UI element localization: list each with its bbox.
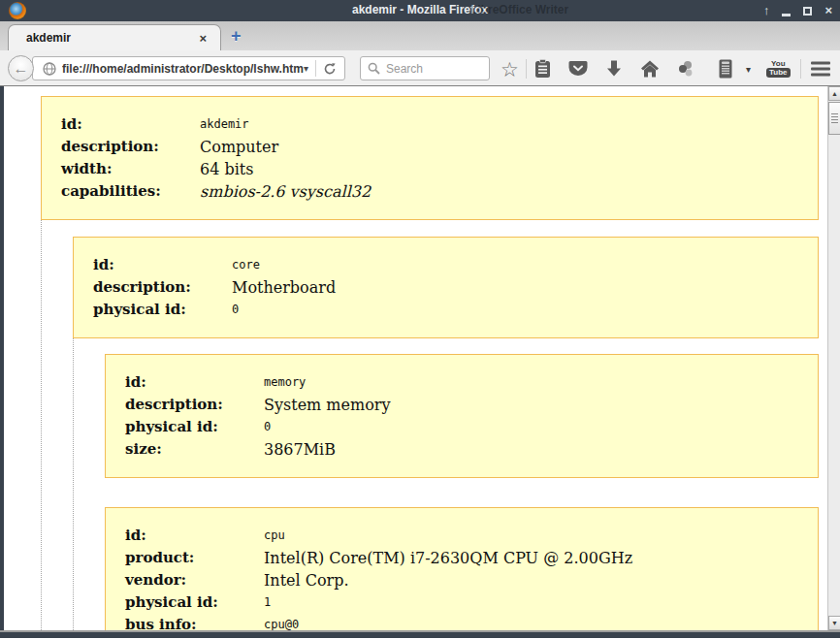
field-label: id: xyxy=(125,525,264,547)
field-value: akdemir xyxy=(200,113,249,136)
tab-akdemir[interactable]: akdemir × xyxy=(8,24,221,50)
field-value: cpu@0 xyxy=(264,614,299,630)
maximize-icon[interactable] xyxy=(803,7,812,16)
field-value: 1 xyxy=(264,591,271,614)
urlbar-divider xyxy=(315,60,316,77)
field-value: 0 xyxy=(232,299,239,321)
field-label: id: xyxy=(61,113,200,136)
home-icon[interactable] xyxy=(640,59,660,78)
toolbar-divider xyxy=(526,59,527,79)
field-value: cpu xyxy=(264,525,285,547)
field-label: bus info: xyxy=(125,614,264,630)
field-label: physical id: xyxy=(93,299,232,321)
lshw-page: id:akdemir description:Computer width:64… xyxy=(4,86,827,630)
field-label: description: xyxy=(125,394,264,416)
field-label: physical id: xyxy=(125,591,264,614)
extension-dropdown-icon[interactable]: ▾ xyxy=(746,63,751,74)
back-arrow-icon: ← xyxy=(14,61,29,77)
scroll-up-icon[interactable]: ▲ xyxy=(828,86,840,101)
window-left-border xyxy=(0,86,4,638)
background-window-title: LibreOffice Writer xyxy=(470,3,568,16)
tab-strip: akdemir × + xyxy=(0,21,840,50)
field-label: size: xyxy=(125,438,264,461)
toolbar-divider xyxy=(800,59,801,79)
share-icon[interactable] xyxy=(676,59,695,79)
globe-icon xyxy=(43,62,56,76)
url-text[interactable]: file:///home/administrator/Desktop/lshw.… xyxy=(62,62,304,76)
lshw-indent-level-2: id:memory description:System memory phys… xyxy=(73,338,819,630)
navigation-toolbar: ← file:///home/administrator/Desktop/lsh… xyxy=(0,50,840,86)
field-label: id: xyxy=(93,254,232,276)
field-value: Motherboard xyxy=(232,276,336,299)
field-value: 64 bits xyxy=(200,158,253,180)
url-bar[interactable]: file:///home/administrator/Desktop/lshw.… xyxy=(32,56,345,80)
bookmarks-clipboard-icon[interactable] xyxy=(533,58,552,79)
field-value: Intel(R) Core(TM) i7-2630QM CPU @ 2.00GH… xyxy=(264,547,632,569)
window-bottom-border xyxy=(0,630,840,638)
field-label: vendor: xyxy=(125,569,264,591)
field-value: 0 xyxy=(264,416,271,438)
youtube-icon[interactable]: You Tube xyxy=(766,60,791,78)
reload-icon[interactable] xyxy=(323,62,337,76)
field-value: memory xyxy=(264,371,306,394)
field-label: product: xyxy=(125,547,264,569)
lshw-indent-level-1: id:core description:Motherboard physical… xyxy=(41,220,819,630)
extension-server-icon[interactable] xyxy=(717,58,734,79)
tab-label: akdemir xyxy=(26,31,199,45)
lshw-node-cpu: id:cpu product:Intel(R) Core(TM) i7-2630… xyxy=(105,507,819,630)
minimize-icon[interactable] xyxy=(782,14,791,16)
pocket-icon[interactable] xyxy=(568,60,588,78)
lshw-node-computer: id:akdemir description:Computer width:64… xyxy=(41,96,819,220)
lshw-node-core: id:core description:Motherboard physical… xyxy=(73,237,819,338)
downloads-icon[interactable] xyxy=(605,59,623,78)
menu-hamburger-icon[interactable] xyxy=(811,61,830,76)
field-label: description: xyxy=(61,136,200,158)
field-value: core xyxy=(232,254,260,276)
bookmark-star-icon[interactable]: ☆ xyxy=(501,58,519,79)
titlebar: akdemir - Mozilla Firefox LibreOffice Wr… xyxy=(0,0,840,21)
field-label: description: xyxy=(93,276,232,299)
vertical-scrollbar[interactable]: ▲ ▼ xyxy=(827,86,840,630)
window-title: akdemir - Mozilla Firefox xyxy=(0,3,840,16)
field-value: System memory xyxy=(264,394,391,416)
scroll-down-icon[interactable]: ▼ xyxy=(828,616,840,630)
url-dropdown-icon[interactable]: ▾ xyxy=(304,63,308,74)
keep-above-icon[interactable]: ↑ xyxy=(763,0,770,21)
new-tab-button[interactable]: + xyxy=(231,26,242,47)
field-label: capabilities: xyxy=(61,180,200,203)
search-input[interactable] xyxy=(386,62,489,76)
field-label: physical id: xyxy=(125,416,264,438)
field-value: 3867MiB xyxy=(264,438,336,461)
close-icon[interactable]: × xyxy=(824,0,832,21)
browser-viewport: id:akdemir description:Computer width:64… xyxy=(0,86,840,638)
lshw-node-memory: id:memory description:System memory phys… xyxy=(105,354,819,478)
field-value: Intel Corp. xyxy=(264,569,349,591)
firefox-window: akdemir - Mozilla Firefox LibreOffice Wr… xyxy=(0,0,840,639)
search-icon xyxy=(368,62,380,75)
search-bar[interactable] xyxy=(360,56,490,80)
field-value: smbios-2.6 vsyscall32 xyxy=(200,180,371,203)
tab-close-icon[interactable]: × xyxy=(199,31,207,46)
back-button[interactable]: ← xyxy=(8,55,34,81)
scrollbar-thumb[interactable] xyxy=(828,102,840,135)
field-value: Computer xyxy=(200,136,278,158)
field-label: width: xyxy=(61,158,200,180)
field-label: id: xyxy=(125,371,264,394)
